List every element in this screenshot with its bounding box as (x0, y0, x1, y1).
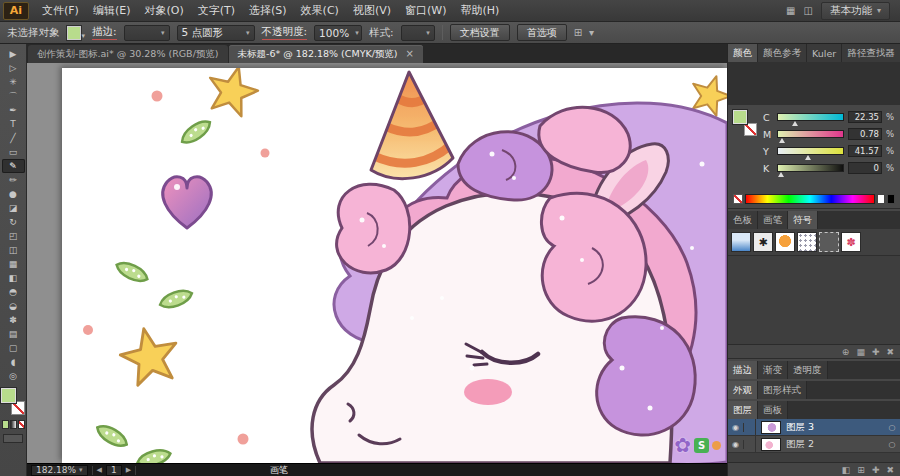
color-spectrum[interactable] (745, 194, 875, 204)
direct-selection-tool[interactable]: ▷ (2, 61, 25, 75)
visibility-eye-icon[interactable]: ◉ (728, 440, 744, 449)
menu-item[interactable]: 文件(F) (35, 0, 86, 22)
place-symbol-icon[interactable]: ▦ (856, 347, 865, 357)
document-tab[interactable]: 创作策划-图标.ai* @ 30.28% (RGB/预览) (28, 45, 228, 63)
style-select[interactable]: ▾ (401, 25, 435, 41)
lasso-tool[interactable]: ⌒ (2, 89, 25, 103)
workspace-switcher[interactable]: 基本功能 ▾ (821, 2, 890, 20)
new-symbol-icon[interactable]: ✚ (872, 347, 880, 357)
blend-tool[interactable]: ◒ (2, 299, 25, 313)
paintbrush-tool[interactable]: ✎ (2, 159, 25, 173)
hand-tool[interactable]: ◖ (2, 355, 25, 369)
symbol-thumb[interactable]: ✽ (841, 232, 861, 252)
new-sublayer-icon[interactable]: ⊞ (857, 465, 865, 475)
menu-item[interactable]: 选择(S) (242, 0, 294, 22)
yellow-value-field[interactable]: 41.57 (848, 145, 882, 157)
panel-tab[interactable]: 透明度 (788, 361, 828, 379)
document-setup-button[interactable]: 文档设置 (450, 24, 510, 41)
panel-tab[interactable]: 画笔 (758, 211, 788, 229)
cyan-value-field[interactable]: 22.35 (848, 111, 882, 123)
panel-tab[interactable]: 描边 (728, 361, 758, 379)
symbol-thumb[interactable] (797, 232, 817, 252)
visibility-eye-icon[interactable]: ◉ (728, 423, 744, 432)
gradient-tool[interactable]: ◧ (2, 271, 25, 285)
paint-color-button[interactable] (2, 420, 9, 429)
blob-brush-tool[interactable]: ● (2, 187, 25, 201)
eyedropper-tool[interactable]: ◓ (2, 285, 25, 299)
make-clipping-mask-icon[interactable]: ◧ (842, 465, 851, 475)
width-tool[interactable]: ◫ (2, 243, 25, 257)
stroke-swatch[interactable] (11, 401, 25, 415)
zoom-select[interactable]: 182.18% ▾ (31, 465, 88, 476)
stroke-weight-select[interactable]: ▾ (124, 25, 170, 41)
magenta-slider[interactable] (777, 130, 844, 138)
yellow-slider[interactable] (777, 147, 844, 155)
selection-tool[interactable]: ▶ (2, 47, 25, 61)
mesh-tool[interactable]: ▦ (2, 257, 25, 271)
panel-tab[interactable]: 色板 (728, 211, 758, 229)
scale-tool[interactable]: ◰ (2, 229, 25, 243)
menu-item[interactable]: 帮助(H) (453, 0, 506, 22)
cyan-slider[interactable] (777, 113, 844, 121)
panel-menu-icon[interactable]: ▾ (589, 27, 594, 38)
arrange-documents-icon[interactable]: ▦ (786, 5, 795, 16)
screen-mode-button[interactable] (3, 434, 23, 443)
panel-tab[interactable]: 颜色参考 (758, 44, 807, 62)
target-circle-icon[interactable]: ○ (884, 440, 900, 449)
zoom-tool[interactable]: ◎ (2, 369, 25, 383)
next-artboard-icon[interactable]: ▶ (126, 466, 131, 474)
panel-tab[interactable]: Kuler (807, 44, 842, 62)
new-layer-icon[interactable]: ✚ (872, 465, 880, 475)
artboard-number-field[interactable]: 1 (106, 465, 122, 476)
line-segment-tool[interactable]: ╱ (2, 131, 25, 145)
fill-stroke-indicator[interactable] (733, 110, 757, 136)
pen-tool[interactable]: ✒ (2, 103, 25, 117)
fill-stroke-control[interactable] (1, 388, 25, 415)
screen-mode-icon[interactable]: ◫ (804, 5, 813, 16)
black-slider[interactable] (777, 164, 844, 172)
none-swatch[interactable] (733, 194, 743, 204)
align-panel-icon[interactable]: ⊞ (574, 27, 582, 38)
pencil-tool[interactable]: ✏ (2, 173, 25, 187)
menu-item[interactable]: 视图(V) (346, 0, 398, 22)
symbol-sprayer-tool[interactable]: ✽ (2, 313, 25, 327)
panel-tab[interactable]: 画板 (758, 401, 788, 419)
panel-tab[interactable]: 图层 (728, 401, 758, 419)
rotate-tool[interactable]: ↻ (2, 215, 25, 229)
opacity-select[interactable]: 100%▾ (314, 25, 362, 41)
delete-symbol-icon[interactable]: ✖ (886, 347, 894, 357)
canvas[interactable]: ✿ S (27, 63, 727, 463)
layer-name[interactable]: 图层 3 (786, 421, 884, 434)
paint-none-button[interactable] (18, 420, 25, 429)
symbol-thumb[interactable] (819, 232, 839, 252)
menu-item[interactable]: 编辑(E) (86, 0, 138, 22)
symbol-thumb[interactable]: ✱ (753, 232, 773, 252)
graph-tool[interactable]: ▤ (2, 327, 25, 341)
menu-item[interactable]: 对象(O) (137, 0, 190, 22)
fill-swatch[interactable] (1, 388, 16, 403)
rectangle-tool[interactable]: ▭ (2, 145, 25, 159)
artboard-tool[interactable]: ▢ (2, 341, 25, 355)
layer-row[interactable]: ◉ 图层 2 ○ (728, 436, 900, 453)
panel-tab[interactable]: 路径查找器 (842, 44, 900, 62)
type-tool[interactable]: T (2, 117, 25, 131)
opacity-link[interactable]: 不透明度: (262, 25, 308, 40)
delete-layer-icon[interactable]: ✖ (886, 465, 894, 475)
magenta-value-field[interactable]: 0.78 (848, 128, 882, 140)
menu-item[interactable]: 文字(T) (191, 0, 242, 22)
lock-cell[interactable] (744, 419, 756, 435)
paint-gradient-button[interactable] (10, 420, 17, 429)
lock-cell[interactable] (744, 436, 756, 452)
layer-row[interactable]: ◉ 图层 3 ○ (728, 419, 900, 436)
panel-tab[interactable]: 图形样式 (758, 381, 807, 399)
close-icon[interactable]: × (406, 49, 414, 59)
symbol-library-icon[interactable]: ⊕ (842, 347, 850, 357)
panel-tab[interactable]: 符号 (788, 211, 818, 229)
eraser-tool[interactable]: ◪ (2, 201, 25, 215)
white-swatch[interactable] (877, 194, 885, 204)
target-circle-icon[interactable]: ○ (884, 423, 900, 432)
document-tab-active[interactable]: 未标题-6* @ 182.18% (CMYK/预览) × (229, 45, 423, 63)
symbol-thumb[interactable] (775, 232, 795, 252)
symbol-thumb[interactable] (731, 232, 751, 252)
stroke-link[interactable]: 描边: (92, 25, 117, 40)
